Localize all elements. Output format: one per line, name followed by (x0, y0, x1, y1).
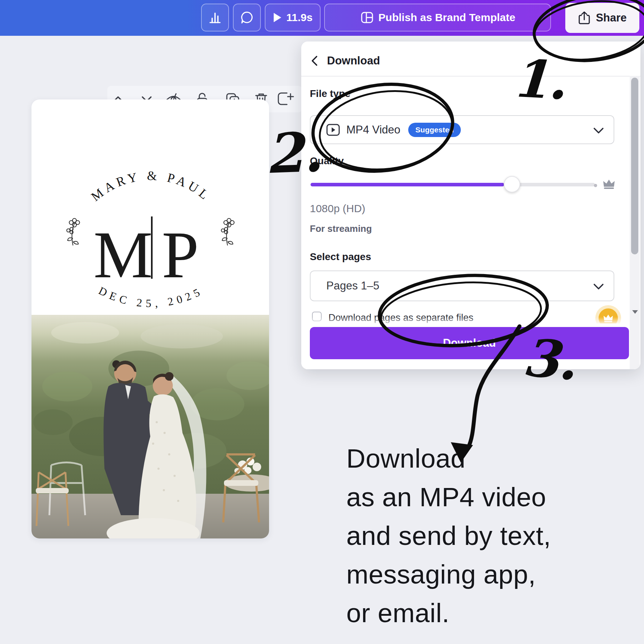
chevron-down-icon (593, 127, 604, 134)
add-page-icon (276, 91, 295, 107)
play-icon (273, 12, 282, 23)
panel-title: Download (327, 54, 380, 67)
caption-line: Download (346, 439, 551, 478)
chart-icon (208, 11, 222, 24)
top-toolbar: 11.9s Publish as Brand Template Share (0, 0, 644, 36)
flower-sprig-right (221, 219, 234, 246)
crown-icon (602, 178, 615, 190)
video-play-icon (326, 124, 340, 136)
publish-brand-template-button[interactable]: Publish as Brand Template (324, 4, 551, 31)
tutorial-caption: Download as an MP4 video and send by tex… (346, 439, 551, 633)
file-type-value: MP4 Video (346, 123, 400, 136)
brand-template-icon (360, 10, 374, 25)
chevron-down-icon (593, 283, 604, 290)
quality-label: Quality (310, 155, 344, 167)
file-type-select[interactable]: MP4 Video Suggested (310, 115, 614, 144)
caption-line: and send by text, (346, 517, 551, 555)
duration-label: 11.9s (286, 11, 312, 24)
monogram-letter-m: M (93, 218, 152, 292)
suggested-badge: Suggested (408, 123, 461, 137)
download-panel: Download File type MP4 Video Suggested Q… (301, 42, 640, 369)
file-type-label: File type (310, 88, 351, 99)
caption-line: as an MP4 video (346, 478, 551, 517)
canva-share-tutorial: 11.9s Publish as Brand Template Share (0, 0, 644, 644)
add-page-button[interactable] (276, 91, 295, 107)
share-upload-icon (578, 11, 591, 25)
comments-button[interactable] (233, 4, 261, 31)
publish-label: Publish as Brand Template (379, 11, 516, 24)
back-chevron-icon[interactable] (310, 55, 319, 67)
quality-slider-fill (311, 183, 504, 186)
monogram-letter-p: P (162, 218, 199, 292)
wedding-monogram: MARY & PAUL M P DEC 25, 2025 (31, 99, 269, 315)
download-button[interactable]: Download (310, 327, 629, 359)
design-preview-card[interactable]: MARY & PAUL M P DEC 25, 2025 (31, 99, 269, 538)
download-button-label: Download (443, 337, 496, 350)
select-pages-value: Pages 1–5 (326, 279, 379, 292)
quality-value: 1080p (HD) (310, 203, 365, 215)
quality-slider-thumb[interactable] (504, 176, 520, 192)
share-label: Share (596, 11, 626, 24)
monogram-divider (151, 216, 153, 279)
scrollbar-down-arrow[interactable] (632, 310, 638, 314)
select-pages-dropdown[interactable]: Pages 1–5 (310, 270, 614, 301)
select-pages-label: Select pages (310, 251, 371, 263)
header-divider (301, 76, 640, 77)
play-duration-button[interactable]: 11.9s (265, 4, 321, 31)
comment-icon (240, 10, 254, 25)
quality-note: For streaming (310, 223, 372, 234)
share-button[interactable]: Share (565, 3, 639, 33)
flower-sprig-left (67, 219, 80, 246)
slider-end-dot (594, 184, 597, 187)
chair-cushion-right (224, 480, 258, 486)
insights-button[interactable] (201, 4, 229, 31)
quality-slider[interactable] (311, 183, 595, 186)
caption-line: messaging app, (346, 555, 551, 594)
scrollbar-thumb[interactable] (631, 78, 638, 254)
wedding-photo (31, 315, 269, 538)
names-arc-text: MARY & PAUL (88, 169, 214, 204)
caption-line: or email. (346, 594, 551, 633)
